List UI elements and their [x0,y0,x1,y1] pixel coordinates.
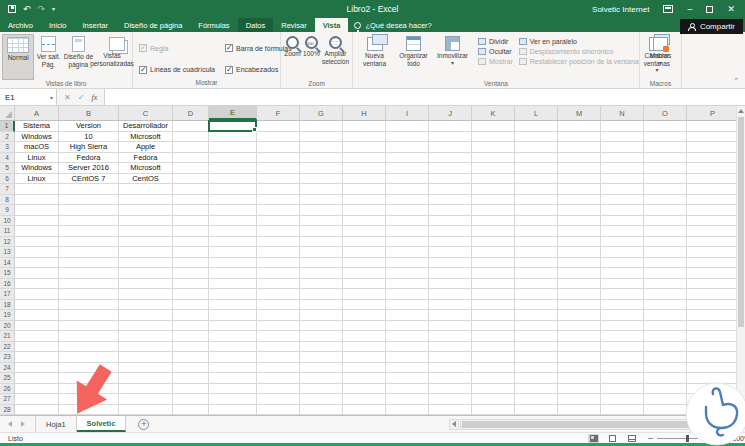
cell-k4[interactable] [472,153,515,164]
cell-a21[interactable] [15,331,59,342]
cell-p18[interactable] [687,300,739,311]
cell-c26[interactable] [119,384,173,395]
cell-f3[interactable] [257,142,300,153]
cell-g21[interactable] [300,331,343,342]
minimize-button[interactable]: – [687,5,692,14]
cell-l10[interactable] [515,216,558,227]
cell-m15[interactable] [558,268,601,279]
cell-d15[interactable] [173,268,209,279]
cell-m18[interactable] [558,300,601,311]
cell-p27[interactable] [687,394,739,405]
cell-n25[interactable] [601,373,644,384]
cell-l22[interactable] [515,342,558,353]
cell-c20[interactable] [119,321,173,332]
column-header-l[interactable]: L [515,106,558,120]
cell-n22[interactable] [601,342,644,353]
cell-k28[interactable] [472,405,515,416]
cell-b21[interactable] [59,331,119,342]
cell-m4[interactable] [558,153,601,164]
cell-o16[interactable] [644,279,687,290]
sheet-tab-solvetic[interactable]: Solvetic [77,416,127,432]
cell-i9[interactable] [386,205,429,216]
row-header-8[interactable]: 8 [0,195,15,206]
cell-b25[interactable] [59,373,119,384]
row-header-26[interactable]: 26 [0,384,15,395]
zoom-slider-thumb[interactable] [686,435,689,442]
undo-icon[interactable]: ↶ [23,5,31,14]
cell-p2[interactable] [687,132,739,143]
column-header-a[interactable]: A [15,106,59,120]
row-header-18[interactable]: 18 [0,300,15,311]
cancel-icon[interactable]: ✕ [64,93,71,102]
cell-l26[interactable] [515,384,558,395]
cell-m19[interactable] [558,310,601,321]
cell-a26[interactable] [15,384,59,395]
cell-o23[interactable] [644,352,687,363]
cell-f5[interactable] [257,163,300,174]
cell-k3[interactable] [472,142,515,153]
horizontal-scrollbar[interactable] [449,416,737,432]
cell-k6[interactable] [472,174,515,185]
cell-h3[interactable] [343,142,386,153]
ribbon-tab-revisar[interactable]: Revisar [273,18,314,32]
row-header-28[interactable]: 28 [0,405,15,416]
cell-b26[interactable] [59,384,119,395]
cell-i16[interactable] [386,279,429,290]
ribbon-tab-diseno-de-pagina[interactable]: Diseño de página [116,18,190,32]
cell-b23[interactable] [59,352,119,363]
cell-d13[interactable] [173,247,209,258]
cell-j4[interactable] [429,153,472,164]
cell-i27[interactable] [386,394,429,405]
cell-o28[interactable] [644,405,687,416]
cell-n8[interactable] [601,195,644,206]
cell-d2[interactable] [173,132,209,143]
cell-n7[interactable] [601,184,644,195]
cell-h7[interactable] [343,184,386,195]
name-box[interactable]: E1 ▾ [0,89,57,105]
cell-e24[interactable] [209,363,257,374]
cell-p12[interactable] [687,237,739,248]
cell-a8[interactable] [15,195,59,206]
cell-b19[interactable] [59,310,119,321]
cell-c4[interactable]: Fedora [119,153,173,164]
cell-d16[interactable] [173,279,209,290]
cell-f22[interactable] [257,342,300,353]
cell-e22[interactable] [209,342,257,353]
macros-button[interactable]: Macros ▾ [643,34,679,80]
cell-l11[interactable] [515,226,558,237]
row-header-11[interactable]: 11 [0,226,15,237]
cell-l5[interactable] [515,163,558,174]
zoom-slider[interactable] [657,438,719,439]
cell-h25[interactable] [343,373,386,384]
maximize-button[interactable] [706,6,713,13]
sheet-nav-left-icon[interactable] [8,421,12,427]
cell-k15[interactable] [472,268,515,279]
column-header-f[interactable]: F [257,106,300,120]
cell-j10[interactable] [429,216,472,227]
cell-d5[interactable] [173,163,209,174]
cell-p6[interactable] [687,174,739,185]
cell-b14[interactable] [59,258,119,269]
cell-g6[interactable] [300,174,343,185]
cell-p8[interactable] [687,195,739,206]
cell-f26[interactable] [257,384,300,395]
cell-i26[interactable] [386,384,429,395]
cell-g12[interactable] [300,237,343,248]
cell-c12[interactable] [119,237,173,248]
cell-e13[interactable] [209,247,257,258]
cell-i12[interactable] [386,237,429,248]
cell-o15[interactable] [644,268,687,279]
cell-a15[interactable] [15,268,59,279]
zoom-in-button[interactable]: + [723,434,728,442]
cell-a12[interactable] [15,237,59,248]
cell-o26[interactable] [644,384,687,395]
cell-l23[interactable] [515,352,558,363]
cell-l14[interactable] [515,258,558,269]
cell-k10[interactable] [472,216,515,227]
cell-o12[interactable] [644,237,687,248]
cell-a9[interactable] [15,205,59,216]
vertical-scrollbar[interactable] [736,106,745,415]
row-header-16[interactable]: 16 [0,279,15,290]
cell-j25[interactable] [429,373,472,384]
row-header-27[interactable]: 27 [0,394,15,405]
